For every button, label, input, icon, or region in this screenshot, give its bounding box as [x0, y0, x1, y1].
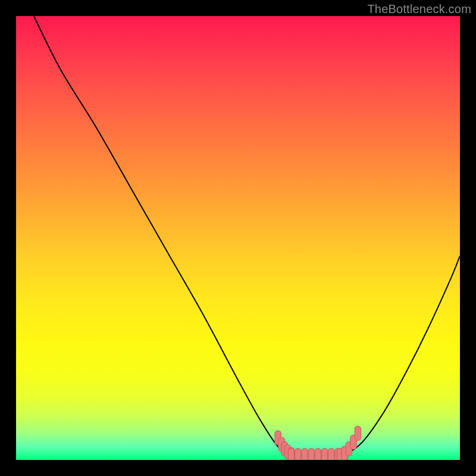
optimal-range-marker	[321, 449, 327, 460]
curve-left-path	[34, 16, 292, 456]
optimal-range-marker	[355, 426, 361, 440]
optimal-range-marker	[328, 449, 334, 460]
bottleneck-curve	[16, 16, 460, 460]
watermark-label: TheBottleneck.com	[367, 2, 471, 16]
optimal-range-marker	[288, 449, 294, 460]
optimal-range-marker	[295, 449, 300, 460]
optimal-range-marker	[308, 449, 314, 460]
curve-right-path	[343, 256, 460, 456]
chart-container: TheBottleneck.com	[0, 0, 476, 476]
optimal-range-marker	[302, 449, 308, 460]
optimal-range-marker	[315, 449, 321, 460]
plot-gradient-background	[16, 16, 460, 460]
